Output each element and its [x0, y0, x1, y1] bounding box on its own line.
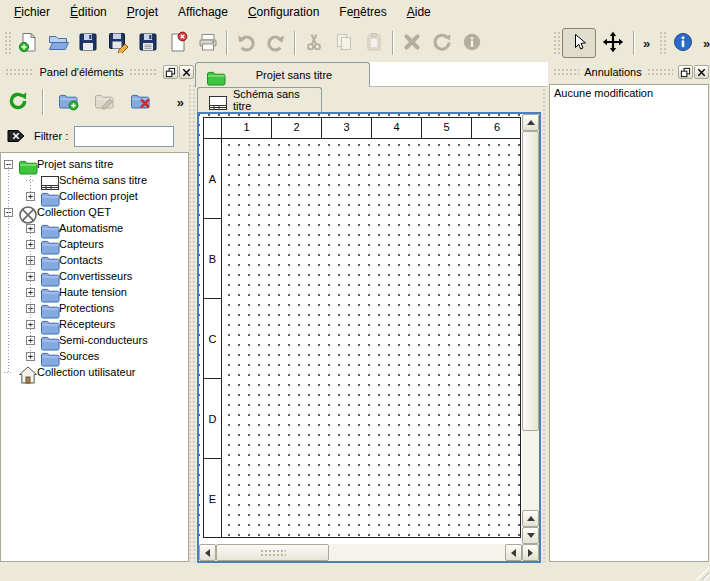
- tree-item-collection-utilisateur[interactable]: Collection utilisateur: [1, 364, 188, 380]
- filter-input[interactable]: [74, 126, 174, 147]
- tree-branch-line: [8, 164, 9, 372]
- visualisation-mode-button[interactable]: [596, 28, 630, 58]
- column-header-3: 3: [322, 118, 372, 138]
- toolbar-handle[interactable]: [659, 31, 666, 55]
- scroll-left-button-2[interactable]: [505, 544, 522, 561]
- new-category-button[interactable]: [53, 87, 83, 117]
- left-splitter-handle[interactable]: [188, 84, 195, 562]
- project-information-button[interactable]: [668, 28, 698, 58]
- save-all-button[interactable]: [133, 28, 163, 58]
- clear-filter-icon: [5, 125, 27, 150]
- delete-category-button[interactable]: [125, 87, 155, 117]
- folder-edit-icon: [93, 90, 115, 115]
- menu-projet[interactable]: Projet: [117, 2, 168, 22]
- scroll-right-button[interactable]: [522, 544, 539, 561]
- toolbar-handle[interactable]: [4, 31, 11, 55]
- selection-properties-button[interactable]: [457, 28, 487, 58]
- close-panel-button[interactable]: [694, 65, 709, 79]
- main-toolbar: [2, 26, 487, 60]
- vertical-scroll-thumb[interactable]: [522, 131, 539, 431]
- mode-toolbar: »: [551, 26, 655, 60]
- toolbar-separator: [42, 89, 44, 115]
- toolbar-overflow-button[interactable]: »: [698, 28, 710, 58]
- tab-project[interactable]: Projet sans titre: [195, 62, 370, 87]
- row-label-D: D: [204, 379, 221, 459]
- undo-history-list: Aucune modification: [549, 84, 709, 562]
- menu-fenetres[interactable]: Fenêtres: [329, 2, 396, 22]
- undo-panel-dock: Annulations Aucune modification: [548, 62, 710, 562]
- rotate-selection-button[interactable]: [427, 28, 457, 58]
- tree-item-label: Récepteurs: [59, 318, 115, 330]
- floppy-icon: [77, 31, 99, 56]
- tree-branch-line: [30, 218, 31, 356]
- folder-icon: [39, 252, 55, 268]
- float-panel-button[interactable]: [678, 65, 693, 79]
- column-header-2: 2: [272, 118, 322, 138]
- folder-icon: [39, 268, 55, 284]
- tree-branch-line: [30, 170, 31, 196]
- save-button[interactable]: [73, 28, 103, 58]
- reload-collections-button[interactable]: [3, 87, 33, 117]
- tree-item-label: Projet sans titre: [37, 158, 113, 170]
- close-panel-button[interactable]: [179, 65, 194, 79]
- row-label-B: B: [204, 219, 221, 299]
- info-blue-icon: [672, 31, 694, 56]
- folder-icon: [39, 284, 55, 300]
- window-resize-grip[interactable]: [696, 567, 709, 580]
- undo-button[interactable]: [231, 28, 261, 58]
- new-project-button[interactable]: [13, 28, 43, 58]
- diagram-canvas[interactable]: 123456 ABCDE: [199, 114, 522, 544]
- vertical-scrollbar[interactable]: [522, 114, 539, 544]
- tree-item-label: Convertisseurs: [59, 270, 132, 282]
- rotate-icon: [431, 31, 453, 56]
- copy-button[interactable]: [329, 28, 359, 58]
- float-panel-button[interactable]: [163, 65, 178, 79]
- column-header-1: 1: [222, 118, 272, 138]
- paste-button[interactable]: [359, 28, 389, 58]
- redo-button[interactable]: [261, 28, 291, 58]
- horizontal-scroll-thumb[interactable]: [216, 544, 329, 561]
- menu-configuration[interactable]: Configuration: [238, 2, 329, 22]
- cut-button[interactable]: [299, 28, 329, 58]
- scroll-left-button[interactable]: [199, 544, 216, 561]
- scroll-down-button[interactable]: [522, 527, 539, 544]
- toolbar-overflow-button[interactable]: »: [172, 87, 189, 117]
- close-project-button[interactable]: [163, 28, 193, 58]
- undo-list-item[interactable]: Aucune modification: [550, 85, 708, 101]
- toolbar-overflow-button[interactable]: »: [638, 28, 655, 58]
- qelectrotech-window: FichierÉditionProjetAffichageConfigurati…: [0, 0, 710, 581]
- tree-item-label: Collection utilisateur: [37, 366, 135, 378]
- diagram-border-frame: 123456 ABCDE: [203, 117, 521, 538]
- save-as-button[interactable]: [103, 28, 133, 58]
- edit-category-button[interactable]: [89, 87, 119, 117]
- tree-item-label: Semi-conducteurs: [59, 334, 148, 346]
- toolbar-separator: [392, 31, 394, 55]
- delete-selection-button[interactable]: [397, 28, 427, 58]
- toolbar-separator: [226, 31, 228, 55]
- scroll-up-button[interactable]: [522, 114, 539, 131]
- frame-corner-cell: [204, 118, 222, 138]
- clear-filter-button[interactable]: [4, 125, 28, 147]
- home-icon: [17, 364, 33, 380]
- menu-affichage[interactable]: Affichage: [168, 2, 238, 22]
- open-project-button[interactable]: [43, 28, 73, 58]
- menu-aide[interactable]: Aide: [397, 2, 441, 22]
- scroll-up-button-2[interactable]: [522, 510, 539, 527]
- diagram-tab-label: Schéma sans titre: [233, 88, 315, 112]
- selection-mode-button[interactable]: [562, 28, 596, 58]
- menu-fichier[interactable]: Fichier: [4, 2, 60, 22]
- folder-delete-icon: [129, 90, 151, 115]
- arrow-left-icon: [511, 549, 516, 557]
- elements-panel-title: Panel d'éléments: [39, 66, 123, 78]
- print-button[interactable]: [193, 28, 223, 58]
- toolbar-separator: [294, 31, 296, 55]
- tab-diagram[interactable]: Schéma sans titre: [197, 87, 322, 112]
- horizontal-scrollbar[interactable]: [199, 544, 539, 561]
- dock-grip: [647, 68, 673, 77]
- float-icon: [680, 66, 691, 81]
- copy-icon: [333, 31, 355, 56]
- toolbar-handle[interactable]: [553, 31, 560, 55]
- tree-item-label: Collection projet: [59, 190, 138, 202]
- thumb-grip: [260, 549, 286, 557]
- menu-edition[interactable]: Édition: [60, 2, 117, 22]
